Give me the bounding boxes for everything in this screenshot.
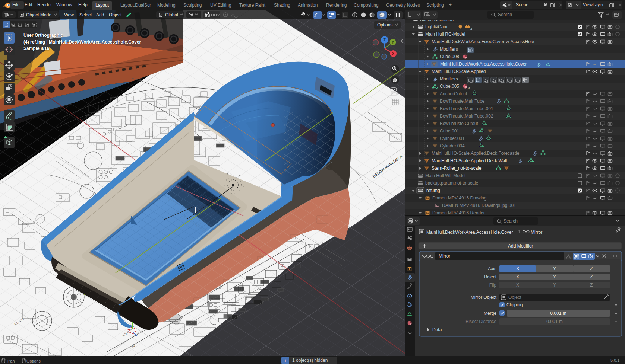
svg-text:ref.img: ref.img [426, 188, 440, 193]
svg-text:Damen MPV 4916 Drawing: Damen MPV 4916 Drawing [432, 195, 486, 201]
svg-text:MainHull.DeckWorkArea.AccessHo: MainHull.DeckWorkArea.AccessHole.Cover [426, 230, 513, 235]
svg-text:MainHull.DeckWorkArea.FixedCov: MainHull.DeckWorkArea.FixedCover-w-Acces… [432, 39, 534, 44]
svg-text:X: X [516, 274, 519, 280]
svg-text:Z: Z [590, 282, 593, 288]
svg-text:Stern-Roller_not-to-scale: Stern-Roller_not-to-scale [432, 166, 482, 171]
svg-text:Modifiers: Modifiers [440, 47, 458, 52]
svg-text:4: 4 [468, 86, 470, 90]
svg-text:Search: Search [498, 12, 512, 17]
svg-text:BowThruste Cutout: BowThruste Cutout [440, 121, 478, 126]
svg-text:Main Hull WL-Model: Main Hull WL-Model [425, 173, 465, 178]
svg-text:MainHull.HO-Scale.Applied.Deck: MainHull.HO-Scale.Applied.Deck.Wall [432, 158, 507, 163]
svg-text:Mirror Object: Mirror Object [471, 295, 497, 300]
svg-text:0.001 m: 0.001 m [546, 319, 562, 324]
svg-text:Z: Z [590, 274, 593, 280]
svg-text:backup.param.not-to-scale: backup.param.not-to-scale [425, 181, 478, 186]
svg-text:Z: Z [383, 38, 386, 42]
svg-text:MainHull.HO-Scale.Applied: MainHull.HO-Scale.Applied [432, 69, 486, 74]
svg-text:Cube.005: Cube.005 [440, 84, 459, 89]
svg-text:Pan: Pan [7, 359, 15, 363]
svg-text:X: X [516, 282, 519, 288]
svg-text:Options: Options [26, 359, 41, 363]
svg-text:X: X [392, 52, 395, 56]
svg-text:Search: Search [504, 218, 518, 224]
svg-text:Axis: Axis [488, 266, 496, 271]
svg-text:MainHull.DeckWorkArea.AccessHo: MainHull.DeckWorkArea.AccessHole.Cover [440, 61, 527, 67]
svg-text:Data: Data [432, 327, 442, 332]
svg-text:Flip: Flip [489, 282, 497, 288]
svg-text:Modifiers: Modifiers [440, 76, 458, 82]
svg-text:Object: Object [508, 295, 521, 300]
svg-text:AnchorCutout: AnchorCutout [440, 91, 467, 96]
svg-text:Y: Y [553, 274, 556, 280]
svg-text:Add Modifier: Add Modifier [508, 243, 533, 249]
svg-text:Damen MPV 4916 Render: Damen MPV 4916 Render [432, 210, 485, 215]
svg-text:0.001 m: 0.001 m [550, 311, 566, 316]
svg-text:Cube.001: Cube.001 [440, 128, 459, 134]
svg-text:Main Hull RC-Model: Main Hull RC-Model [425, 32, 465, 37]
svg-text:DAMEN MPV 4916 Drawings.jpg.00: DAMEN MPV 4916 Drawings.jpg.001 [442, 203, 516, 208]
svg-text:Z: Z [590, 266, 593, 271]
svg-text:Clipping: Clipping [506, 302, 523, 307]
svg-text:Bisect: Bisect [484, 274, 496, 280]
svg-text:Mirror: Mirror [439, 253, 450, 259]
svg-text:BowThruste.MainTube.002: BowThruste.MainTube.002 [440, 114, 493, 119]
svg-text:X: X [516, 266, 519, 271]
svg-text:Y: Y [553, 282, 556, 288]
svg-text:Y: Y [392, 40, 394, 44]
svg-text:BowThruste.MainTube: BowThruste.MainTube [440, 99, 485, 104]
svg-text:MainHull.HO-Scale.Applied.Deck: MainHull.HO-Scale.Applied.Deck.Forecastl… [432, 151, 520, 156]
svg-text:Mirror: Mirror [531, 230, 542, 235]
svg-text:BowThruste.MainTube.001: BowThruste.MainTube.001 [440, 106, 493, 111]
svg-text:Light&Cam: Light&Cam [425, 24, 447, 29]
svg-text:Cube.008: Cube.008 [440, 54, 459, 59]
svg-text:Cylinder.001: Cylinder.001 [440, 136, 465, 141]
svg-text:Y: Y [553, 266, 556, 271]
svg-text:Cylinder.004: Cylinder.004 [440, 143, 465, 149]
svg-text:2: 2 [470, 27, 472, 31]
svg-text:Bisect Distance: Bisect Distance [465, 319, 496, 324]
svg-text:Merge: Merge [484, 311, 496, 316]
